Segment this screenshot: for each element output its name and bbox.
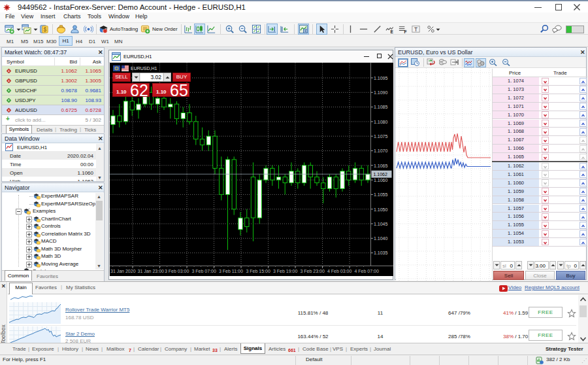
svg-text:1.1095: 1.1095 (374, 76, 388, 80)
svg-text:3 Feb 11:00: 3 Feb 11:00 (219, 269, 243, 273)
svg-text:4 Feb 03:00: 4 Feb 03:00 (327, 269, 351, 273)
svg-text:3 Feb 03:00: 3 Feb 03:00 (165, 269, 189, 273)
svg-text:1.1075: 1.1075 (374, 134, 388, 139)
svg-text:E: E (390, 29, 393, 34)
svg-text:$: $ (44, 26, 47, 33)
svg-text:3 Feb 15:00: 3 Feb 15:00 (246, 269, 270, 273)
svg-text:31 Jan 23:00: 31 Jan 23:00 (138, 269, 165, 273)
svg-text:3 Feb 23:00: 3 Feb 23:00 (301, 269, 325, 273)
svg-text:3 Feb 19:00: 3 Feb 19:00 (273, 269, 297, 273)
svg-text:1.1055: 1.1055 (374, 192, 388, 197)
svg-text:1.1080: 1.1080 (374, 120, 388, 124)
svg-text:F: F (404, 29, 406, 34)
svg-text:4 Feb 07:00: 4 Feb 07:00 (355, 269, 379, 273)
svg-text:1.1050: 1.1050 (374, 207, 388, 212)
svg-text:1.1085: 1.1085 (374, 105, 388, 109)
svg-text:1.1090: 1.1090 (374, 90, 388, 95)
svg-text:1.1062: 1.1062 (374, 172, 388, 177)
svg-text:T: T (414, 26, 417, 33)
svg-text:31 Jan 2020: 31 Jan 2020 (110, 269, 136, 273)
svg-text:1.1045: 1.1045 (374, 222, 388, 226)
svg-text:1.1040: 1.1040 (374, 236, 388, 241)
svg-text:1.1060: 1.1060 (374, 178, 388, 182)
svg-text:3 Feb 07:00: 3 Feb 07:00 (192, 269, 216, 273)
svg-text:1.1035: 1.1035 (374, 251, 388, 255)
svg-text:1.1070: 1.1070 (374, 148, 388, 153)
svg-text:1.1065: 1.1065 (374, 164, 388, 168)
